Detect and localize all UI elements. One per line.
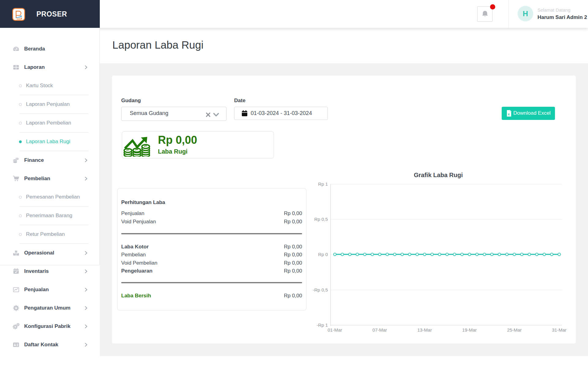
svg-text:x: x	[508, 112, 510, 116]
svg-text:Rp 0: Rp 0	[318, 252, 328, 257]
svg-text:-Rp 0,5: -Rp 0,5	[313, 287, 328, 292]
svg-text:Rp 0,5: Rp 0,5	[314, 217, 328, 222]
svg-text:31-Mar: 31-Mar	[552, 327, 567, 333]
svg-text:19-Mar: 19-Mar	[462, 327, 477, 333]
svg-text:-Rp 1: -Rp 1	[316, 322, 328, 328]
svg-text:25-Mar: 25-Mar	[507, 327, 522, 333]
svg-text:07-Mar: 07-Mar	[373, 327, 387, 333]
svg-text:01-Mar: 01-Mar	[328, 327, 342, 333]
svg-text:Rp 1: Rp 1	[318, 181, 328, 187]
svg-text:Grafik Laba Rugi: Grafik Laba Rugi	[414, 172, 463, 178]
svg-text:13-Mar: 13-Mar	[417, 327, 432, 333]
